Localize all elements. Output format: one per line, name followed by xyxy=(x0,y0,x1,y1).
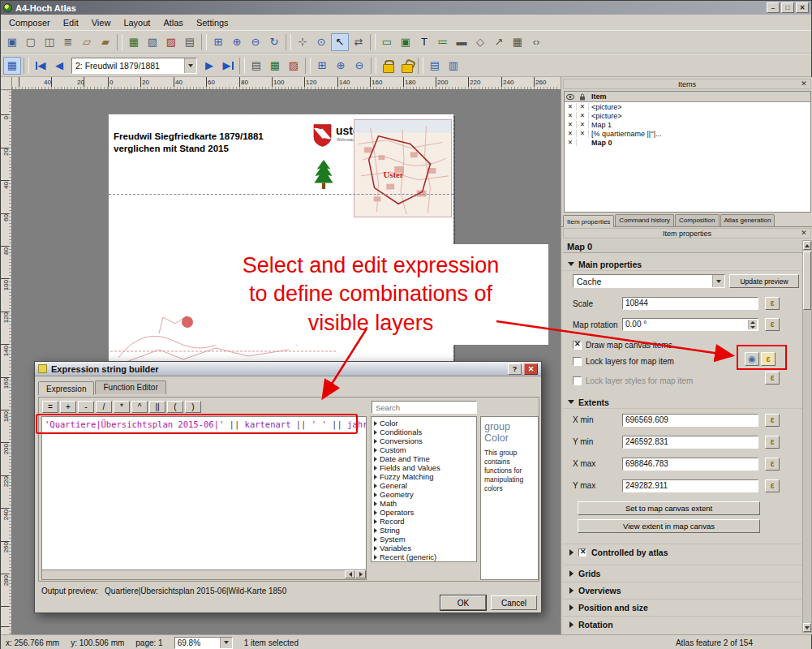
controlled-by-atlas-section[interactable]: Controlled by atlas xyxy=(563,544,802,561)
main-properties-header[interactable]: Main properties xyxy=(563,258,802,271)
lock-checkbox[interactable]: ✕ xyxy=(577,112,589,119)
function-group[interactable]: Math xyxy=(372,499,475,508)
items-row[interactable]: ✕ ✕ <picture> xyxy=(565,111,810,120)
items-list[interactable]: Item ✕ ✕ <picture> ✕ ✕ <picture> ✕ ✕ Map xyxy=(564,91,811,213)
lock-styles-data-defined-button[interactable] xyxy=(765,372,780,385)
atlas-zoom-in-icon[interactable]: ⊕ xyxy=(332,57,350,75)
tab-expression[interactable]: Expression xyxy=(38,381,94,395)
zoom-full-icon[interactable]: ⊞ xyxy=(209,33,227,51)
refresh-view-icon[interactable]: ↻ xyxy=(265,33,283,51)
operator-button[interactable]: * xyxy=(114,401,130,413)
page-properties-icon[interactable]: ▥ xyxy=(445,57,462,75)
function-group[interactable]: Record xyxy=(372,517,475,526)
next-feature-icon[interactable]: ▶ xyxy=(200,57,218,75)
operator-button[interactable]: ^ xyxy=(131,401,148,413)
set-to-canvas-extent-button[interactable]: Set to map canvas extent xyxy=(578,501,760,515)
menu-item[interactable]: Layout xyxy=(117,16,157,29)
visibility-checkbox[interactable]: ✕ xyxy=(565,139,577,146)
export-as-svg-icon[interactable]: ▧ xyxy=(144,33,161,51)
zoom-out-icon[interactable]: ⊖ xyxy=(247,33,264,51)
historic-map-picture[interactable]: Uster xyxy=(354,119,452,217)
function-group[interactable]: Custom xyxy=(372,445,475,454)
tab-atlas-generation[interactable]: Atlas generation xyxy=(720,214,775,226)
lock-checkbox[interactable]: ✕ xyxy=(577,121,589,128)
new-page-icon[interactable]: ▤ xyxy=(426,57,444,75)
properties-scrollbar[interactable] xyxy=(802,240,812,633)
tab-item-properties[interactable]: Item properties xyxy=(563,215,614,227)
section-header[interactable]: Position and size xyxy=(563,599,802,616)
extent-input[interactable]: 246592.831 xyxy=(622,436,758,449)
extent-data-defined-button[interactable] xyxy=(765,479,780,492)
lock-layer-styles-checkbox[interactable]: Lock layer styles for map item xyxy=(573,375,693,386)
export-atlas-as-pdf-icon[interactable]: ▨ xyxy=(285,57,303,75)
extents-header[interactable]: Extents xyxy=(563,396,802,409)
function-group[interactable]: Color xyxy=(372,419,475,428)
function-group[interactable]: Geometry xyxy=(372,490,475,499)
function-group[interactable]: System xyxy=(372,535,475,544)
zoom-in-icon[interactable]: ⊕ xyxy=(228,33,246,51)
save-project-icon[interactable]: ▣ xyxy=(3,33,21,51)
dropdown-arrow-icon[interactable] xyxy=(712,275,724,287)
rotation-data-defined-button[interactable] xyxy=(765,318,780,331)
dialog-close-button[interactable]: ✕ xyxy=(524,363,538,375)
lock-checkbox[interactable]: ✕ xyxy=(577,103,589,110)
close-button[interactable]: ✕ xyxy=(796,2,809,13)
extent-data-defined-button[interactable] xyxy=(765,436,780,449)
items-panel-title[interactable]: Items ✕ xyxy=(563,79,811,89)
menu-item[interactable]: View xyxy=(85,16,118,29)
lock-layers-data-defined-button[interactable] xyxy=(761,352,775,366)
maximize-button[interactable]: □ xyxy=(781,2,794,13)
item-properties-dock-title[interactable]: Item properties ✕ xyxy=(563,228,811,239)
tab-function-editor[interactable]: Function Editor xyxy=(95,380,165,394)
menu-item[interactable]: Settings xyxy=(190,16,235,29)
pan-icon[interactable]: ⊹ xyxy=(294,33,311,51)
export-as-image-icon[interactable]: ▦ xyxy=(125,33,143,51)
function-group[interactable]: Conversions xyxy=(372,436,475,445)
zoom-combo[interactable]: 69.8% xyxy=(174,637,233,649)
dialog-help-button[interactable]: ? xyxy=(508,363,522,375)
function-search-input[interactable] xyxy=(372,401,477,414)
spinner-buttons[interactable] xyxy=(748,320,757,329)
first-feature-icon[interactable]: ◀ xyxy=(32,57,49,75)
operator-button[interactable]: ( xyxy=(167,401,183,413)
expression-h-scrollbar[interactable] xyxy=(41,570,367,580)
items-row[interactable]: ✕ ✕ Map 1 xyxy=(565,120,810,129)
scale-data-defined-button[interactable] xyxy=(765,297,780,310)
add-image-icon[interactable]: ▣ xyxy=(397,33,415,51)
draw-map-canvas-items-checkbox[interactable]: Draw map canvas items xyxy=(573,339,672,350)
export-atlas-as-image-icon[interactable]: ▦ xyxy=(266,57,284,75)
items-row[interactable]: ✕ Map 0 xyxy=(565,138,810,147)
export-as-pdf-icon[interactable]: ▨ xyxy=(162,33,180,51)
close-panel-icon[interactable]: ✕ xyxy=(799,229,809,237)
lock-layers-icon[interactable] xyxy=(379,57,397,75)
scroll-right-icon[interactable] xyxy=(355,570,366,578)
dropdown-arrow-icon[interactable] xyxy=(220,638,232,648)
function-group[interactable]: Fuzzy Matching xyxy=(372,472,475,481)
function-group[interactable]: Date and Time xyxy=(372,454,475,463)
visibility-checkbox[interactable]: ✕ xyxy=(565,121,577,128)
extent-input[interactable]: 696569.609 xyxy=(622,414,758,427)
scrollbar-thumb[interactable] xyxy=(803,251,811,310)
scroll-left-icon[interactable] xyxy=(345,570,355,578)
extent-input[interactable]: 249282.911 xyxy=(622,479,758,492)
section-header[interactable]: Overviews xyxy=(563,582,802,599)
operator-button[interactable]: = xyxy=(42,401,58,413)
minimize-button[interactable]: – xyxy=(767,2,780,13)
expression-editor[interactable]: 'Quartiere|Übersichtsplan 2015-06|' || k… xyxy=(41,416,367,570)
add-arrow-icon[interactable]: ↗ xyxy=(490,33,508,51)
new-composition-icon[interactable]: ▢ xyxy=(22,33,40,51)
load-template-icon[interactable]: ▱ xyxy=(78,33,96,51)
function-group[interactable]: General xyxy=(372,481,475,490)
function-group[interactable]: Conditionals xyxy=(372,428,475,436)
last-feature-icon[interactable]: ▶ xyxy=(219,57,237,75)
duplicate-composition-icon[interactable]: ◫ xyxy=(41,33,58,51)
preview-atlas-icon[interactable]: ▦ xyxy=(3,57,21,75)
menu-item[interactable]: Composer xyxy=(2,16,57,29)
add-html-frame-icon[interactable]: ‹› xyxy=(527,33,545,51)
add-new-map-icon[interactable]: ▭ xyxy=(378,33,396,51)
visibility-checkbox[interactable]: ✕ xyxy=(565,112,577,119)
atlas-zoom-full-icon[interactable]: ⊞ xyxy=(313,57,331,75)
scale-input[interactable]: 10844 xyxy=(622,297,758,310)
operator-button[interactable]: + xyxy=(60,401,76,413)
function-group[interactable]: Recent (generic) xyxy=(372,552,475,561)
